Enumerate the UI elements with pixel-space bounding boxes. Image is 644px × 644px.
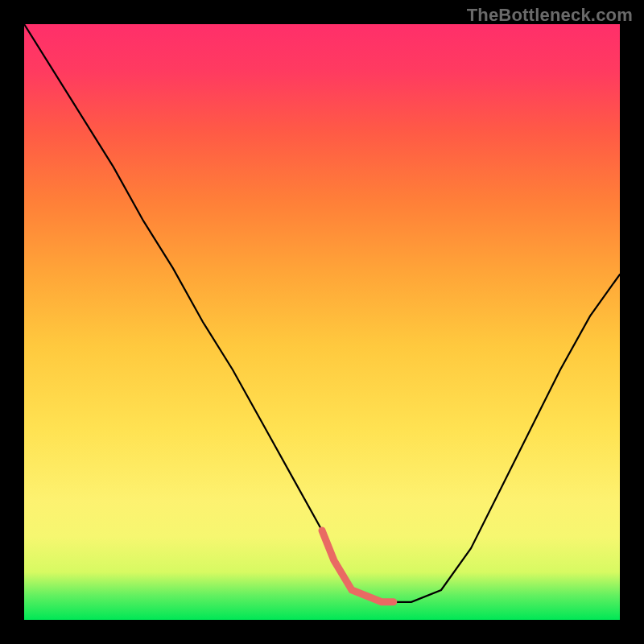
watermark-text: TheBottleneck.com	[467, 5, 633, 26]
bottleneck-curve-line	[24, 24, 620, 602]
chart-svg	[24, 24, 620, 620]
optimal-zone-marker	[322, 530, 394, 602]
chart-plot-area	[24, 24, 620, 620]
